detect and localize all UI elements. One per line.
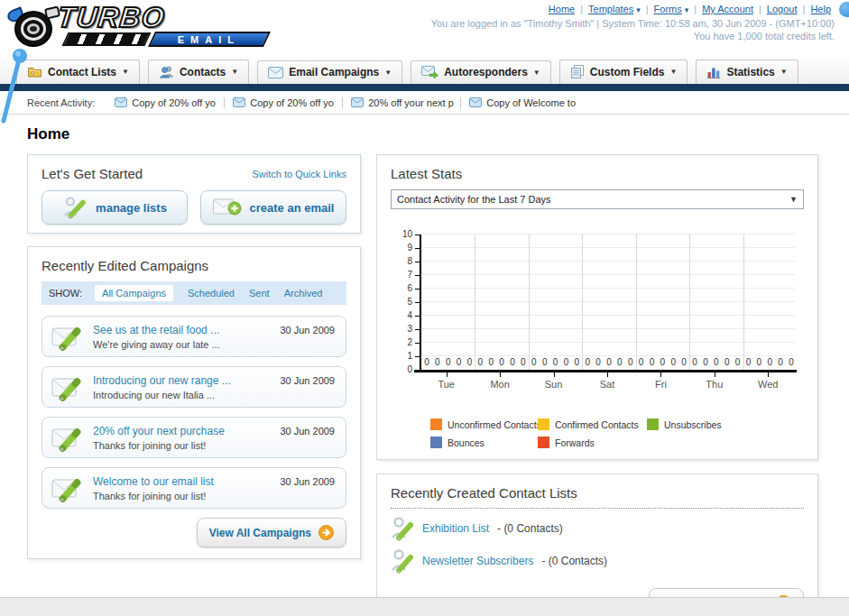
legend-item: Unconfirmed Contacts xyxy=(430,418,538,430)
top-link-home[interactable]: Home xyxy=(549,4,575,14)
campaign-subtitle: We're giving away our late ... xyxy=(93,339,337,350)
chart-value-label: 0 xyxy=(767,357,772,367)
x-axis-label: Sun xyxy=(527,379,580,390)
contact-list-name-link[interactable]: Newsletter Subscribers xyxy=(422,555,533,567)
tab-email-campaigns[interactable]: Email Campaigns▼ xyxy=(257,60,402,84)
top-link-help[interactable]: Help xyxy=(810,4,831,14)
tab-contacts[interactable]: Contacts▼ xyxy=(148,60,249,84)
manage-lists-button[interactable]: manage lists xyxy=(42,190,188,225)
contact-list-count: - (0 Contacts) xyxy=(497,522,563,535)
view-all-campaigns-button[interactable]: View All Campaigns xyxy=(197,518,346,547)
chart-value-labels: 00000 xyxy=(475,357,528,367)
chart-gridline xyxy=(421,315,795,316)
chart-value-label: 0 xyxy=(424,357,429,367)
button-label: manage lists xyxy=(96,201,167,215)
page-title: Home xyxy=(27,125,822,143)
chart-value-labels: 00000 xyxy=(582,357,635,367)
filter-all-campaigns[interactable]: All Campaigns xyxy=(95,285,173,301)
person-pencil-icon xyxy=(391,516,414,541)
legend-label: Unsubscribes xyxy=(664,419,722,430)
x-axis-tick xyxy=(500,372,501,377)
chevron-down-icon: ▼ xyxy=(669,68,677,76)
create-an-email-button[interactable]: create an email xyxy=(200,190,346,225)
campaign-list-item[interactable]: 20% off your next purchaseThanks for joi… xyxy=(42,417,346,458)
chart-value-label: 0 xyxy=(670,357,676,367)
tab-statistics[interactable]: Statistics▼ xyxy=(696,60,798,84)
tab-autoresponders[interactable]: Autoresponders▼ xyxy=(411,60,551,84)
app-logo[interactable]: TURBO EMAIL xyxy=(9,4,267,49)
top-link-templates[interactable]: Templates▾ xyxy=(588,4,641,14)
tab-contact-lists[interactable]: Contact Lists▼ xyxy=(16,60,140,84)
y-axis-label: 0 xyxy=(391,364,412,374)
chart-value-label: 0 xyxy=(757,357,762,367)
y-axis-label: 3 xyxy=(391,324,412,334)
tab-label: Autoresponders xyxy=(444,66,528,78)
chart-value-label: 0 xyxy=(639,357,644,367)
chart-group-separator xyxy=(529,234,530,370)
chart-value-label: 0 xyxy=(735,357,741,367)
x-axis-label: Fri xyxy=(634,379,688,390)
filter-scheduled[interactable]: Scheduled xyxy=(188,288,235,299)
top-link-my-account[interactable]: My Account xyxy=(702,4,753,14)
recent-activity-item[interactable]: 20% off your next p xyxy=(351,97,461,108)
statistics-icon xyxy=(706,65,721,78)
y-axis-label: 2 xyxy=(391,337,412,347)
recent-activity-item[interactable]: Copy of 20% off yo xyxy=(115,97,225,108)
x-axis-tick xyxy=(447,372,448,377)
chart-value-labels: 00000 xyxy=(421,357,475,367)
campaign-list-item[interactable]: Welcome to our email listThanks for join… xyxy=(42,467,346,509)
chart-value-label: 0 xyxy=(553,357,558,367)
chart-value-labels: 00000 xyxy=(743,357,797,367)
contact-list-name-link[interactable]: Exhibition List xyxy=(422,522,489,535)
y-axis-label: 6 xyxy=(391,283,412,293)
navy-divider-bar xyxy=(0,84,849,91)
y-axis-tick xyxy=(415,248,420,249)
contact-list-item[interactable]: Newsletter Subscribers- (0 Contacts) xyxy=(391,548,804,574)
campaign-list-item[interactable]: Introducing our new range ...Introducing… xyxy=(42,366,346,408)
chart-value-label: 0 xyxy=(510,357,515,367)
chart-value-label: 0 xyxy=(660,357,666,367)
x-axis-label: Tue xyxy=(420,379,473,390)
switch-to-quick-links-link[interactable]: Switch to Quick Links xyxy=(252,169,346,179)
top-link-forms[interactable]: Forms▾ xyxy=(654,4,689,14)
y-axis-tick xyxy=(415,356,420,357)
chart-value-label: 0 xyxy=(499,357,504,367)
chart-value-label: 0 xyxy=(778,357,783,367)
recent-activity-item[interactable]: Copy of Welcome to xyxy=(469,97,579,108)
campaign-subtitle: Thanks for joining our list! xyxy=(93,440,337,451)
chart-gridline xyxy=(421,288,795,289)
campaigns-filter-bar: SHOW: All CampaignsScheduledSentArchived xyxy=(42,281,346,305)
x-axis-tick xyxy=(554,372,555,377)
envelope-icon xyxy=(268,67,283,78)
latest-stats-panel: Latest Stats Contact Activity for the La… xyxy=(376,154,818,460)
chart-value-label: 0 xyxy=(724,357,730,367)
chart-value-label: 0 xyxy=(595,357,601,367)
campaign-list: See us at the retail food ...We're givin… xyxy=(42,316,346,509)
x-axis-label: Mon xyxy=(473,379,526,390)
person-pencil-icon xyxy=(391,548,414,574)
campaign-subtitle: Introducing our new Italia ... xyxy=(93,390,337,400)
chart-value-label: 0 xyxy=(703,357,708,367)
chevron-down-icon: ▼ xyxy=(780,68,788,76)
top-link-logout[interactable]: Logout xyxy=(767,4,798,14)
x-axis-tick xyxy=(768,372,769,377)
recent-activity-item-label: 20% off your next p xyxy=(368,97,454,108)
legend-label: Confirmed Contacts xyxy=(555,419,639,430)
legend-swatch xyxy=(647,418,659,430)
stats-activity-select[interactable]: Contact Activity for the Last 7 Days ▼ xyxy=(391,189,804,209)
tab-custom-fields[interactable]: Custom Fields▼ xyxy=(559,60,688,84)
filter-sent[interactable]: Sent xyxy=(249,288,270,299)
filter-archived[interactable]: Archived xyxy=(284,288,323,299)
legend-item: Forwards xyxy=(538,437,647,448)
campaign-list-item[interactable]: See us at the retail food ...We're givin… xyxy=(42,316,346,357)
link-separator: | xyxy=(646,4,649,14)
campaign-date: 30 Jun 2009 xyxy=(280,476,335,487)
header: TURBO EMAIL Home|Templates▾|Forms▾|My Ac… xyxy=(0,0,849,56)
recent-activity-item[interactable]: Copy of 20% off yo xyxy=(233,97,343,108)
tab-label: Contacts xyxy=(180,66,226,78)
tab-label: Statistics xyxy=(726,66,774,78)
envelope-pencil-icon xyxy=(51,372,84,401)
contact-list-item[interactable]: Exhibition List- (0 Contacts) xyxy=(391,516,804,541)
chart-gridline xyxy=(421,274,795,275)
chevron-down-icon: ▾ xyxy=(685,5,689,14)
